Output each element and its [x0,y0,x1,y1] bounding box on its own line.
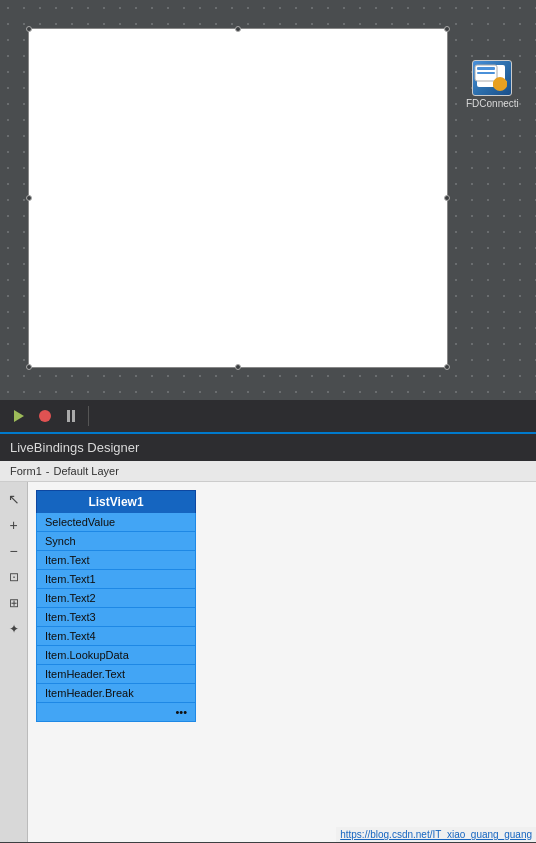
panel-body: ↖ + − ⊡ ⊞ ✦ ListView1 SelectedVal [0,482,536,842]
svg-point-4 [493,79,507,85]
play-button[interactable] [8,405,30,427]
listview1-box: ListView1 SelectedValue Synch Item.Text … [36,490,196,722]
breadcrumb-separator: - [46,465,50,477]
more-indicator: ••• [175,706,187,718]
pause-icon [67,410,75,422]
cursor-tool-button[interactable]: ↖ [3,488,25,510]
handle-mid-left[interactable] [26,195,32,201]
link-tool-button[interactable]: ⊡ [3,566,25,588]
list-item-selectedvalue[interactable]: SelectedValue [36,513,196,532]
grid-tool-button[interactable]: ⊞ [3,592,25,614]
listview1-title[interactable]: ListView1 [36,490,196,513]
side-toolbar: ↖ + − ⊡ ⊞ ✦ [0,482,28,842]
list-item-itemtext3[interactable]: Item.Text3 [36,608,196,627]
breadcrumb-form: Form1 [10,465,42,477]
cursor-icon: ↖ [8,491,20,507]
fd-connect-label: FDConnecti [466,98,518,109]
stop-button[interactable] [34,405,56,427]
svg-point-6 [493,82,507,88]
handle-bottom-right[interactable] [444,364,450,370]
breadcrumb-layer: Default Layer [53,465,118,477]
list-item-itemlookupdata[interactable]: Item.LookupData [36,646,196,665]
svg-point-3 [493,80,507,90]
play-icon [14,410,24,422]
panel-title: LiveBindings Designer [10,440,139,455]
stop-icon [39,410,51,422]
list-item-itemtext[interactable]: Item.Text [36,551,196,570]
handle-top-center[interactable] [235,26,241,32]
handle-mid-right[interactable] [444,195,450,201]
fd-connect-component[interactable]: FDConnecti [466,60,518,109]
toolbar-separator [88,406,89,426]
pause-button[interactable] [60,405,82,427]
remove-binding-button[interactable]: − [3,540,25,562]
grid-icon: ⊞ [9,596,19,610]
list-item-more[interactable]: ••• [36,703,196,722]
magic-tool-button[interactable]: ✦ [3,618,25,640]
toolbar-strip [0,400,536,432]
panel-breadcrumb: Form1 - Default Layer [0,461,536,482]
list-item-itemheaderbreak[interactable]: ItemHeader.Break [36,684,196,703]
design-canvas: FDConnecti [0,0,536,400]
link-icon: ⊡ [9,570,19,584]
list-item-itemtext2[interactable]: Item.Text2 [36,589,196,608]
form-surface[interactable] [28,28,448,368]
svg-rect-2 [477,72,495,74]
add-binding-button[interactable]: + [3,514,25,536]
list-item-itemtext1[interactable]: Item.Text1 [36,570,196,589]
handle-top-left[interactable] [26,26,32,32]
list-item-itemtext4[interactable]: Item.Text4 [36,627,196,646]
svg-rect-5 [493,82,507,85]
list-item-itemheadertext[interactable]: ItemHeader.Text [36,665,196,684]
panel-header: LiveBindings Designer [0,434,536,461]
handle-bottom-center[interactable] [235,364,241,370]
livebindings-panel: LiveBindings Designer Form1 - Default La… [0,432,536,842]
handle-bottom-left[interactable] [26,364,32,370]
svg-rect-1 [477,67,495,70]
binding-list-area[interactable]: ListView1 SelectedValue Synch Item.Text … [28,482,536,842]
handle-top-right[interactable] [444,26,450,32]
remove-icon: − [9,543,17,559]
add-icon: + [9,517,17,533]
magic-icon: ✦ [9,622,19,636]
footer-watermark: https://blog.csdn.net/IT_xiao_guang_guan… [336,827,536,842]
fd-connect-icon [472,60,512,96]
list-item-synch[interactable]: Synch [36,532,196,551]
